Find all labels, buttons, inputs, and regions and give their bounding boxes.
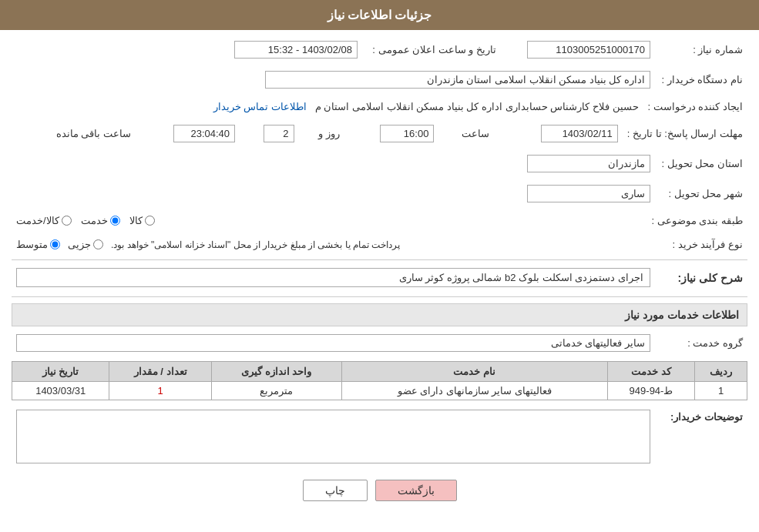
page-title: جزئیات اطلاعات نیاز [327, 8, 432, 22]
process-jozvi-item: جزیی [68, 239, 103, 250]
col-header-code: کد خدمت [607, 362, 694, 382]
creator-label: ایجاد کننده درخواست : [643, 98, 747, 115]
table-cell-5: 1403/03/31 [12, 382, 109, 400]
col-header-row: ردیف [695, 362, 747, 382]
category-kala-khadamat-label: کالا/خدمت [16, 215, 59, 226]
process-note: پرداخت تمام یا بخشی از مبلغ خریدار از مح… [111, 239, 400, 250]
category-khadamat-radio[interactable] [110, 216, 120, 226]
buttons-row: بازگشت چاپ [12, 480, 747, 501]
info-table-row6: شهر محل تحویل : ساری [12, 182, 747, 206]
col-header-quantity: تعداد / مقدار [109, 362, 211, 382]
process-type-label: نوع فرآیند خرید : [655, 236, 747, 253]
info-table-row2: نام دستگاه خریدار : اداره کل بنیاد مسکن … [12, 68, 747, 92]
info-table-row1: شماره نیاز : 1103005251000170 تاریخ و سا… [12, 38, 747, 62]
process-jozvi-radio[interactable] [93, 239, 103, 249]
table-cell-3: مترمربع [211, 382, 341, 400]
organization-label: نام دستگاه خریدار : [655, 68, 747, 92]
category-kala-khadamat-radio[interactable] [62, 216, 72, 226]
services-section-header: اطلاعات خدمات مورد نیاز [12, 303, 747, 326]
category-kala-item: کالا [129, 215, 155, 226]
table-cell-1: ط-94-949 [607, 382, 694, 400]
table-row: 1ط-94-949فعالیتهای سایر سازمانهای دارای … [12, 382, 747, 400]
info-table-row5: استان محل تحویل : مازندران [12, 152, 747, 176]
buyer-notes-textarea[interactable] [16, 410, 650, 463]
general-description-section-label: شرح کلی نیاز: [655, 265, 747, 290]
delivery-city-label: شهر محل تحویل : [655, 182, 747, 206]
category-radio-group: کالا/خدمت خدمت کالا [16, 215, 643, 226]
date-label: تاریخ و ساعت اعلان عمومی : [362, 38, 501, 62]
general-description-value: اجرای دستمزدی اسکلت بلوک b2 شمالی پروژه … [16, 268, 650, 287]
response-time-label: ساعت [438, 122, 495, 146]
service-group-label: گروه خدمت : [655, 331, 747, 355]
category-khadamat-label: خدمت [81, 215, 108, 226]
page-wrapper: جزئیات اطلاعات نیاز شماره نیاز : 1103005… [0, 0, 759, 532]
print-button[interactable]: چاپ [303, 480, 368, 501]
info-table-row7: طبقه بندی موضوعی : کالا/خدمت خدمت کالا [12, 212, 747, 229]
info-table-row4: مهلت ارسال پاسخ: تا تاریخ : 1403/02/11 س… [12, 122, 747, 146]
info-table-row8: نوع فرآیند خرید : متوسط جزیی پرداخت تمام… [12, 236, 747, 253]
service-group-value: سایر فعالیتهای خدماتی [16, 334, 650, 352]
table-cell-2: فعالیتهای سایر سازمانهای دارای عضو [341, 382, 607, 400]
table-cell-4: 1 [109, 382, 211, 400]
delivery-city: ساری [527, 185, 650, 202]
creator-value: حسین فلاح کارشناس حسابداری اداره کل بنیا… [315, 101, 639, 112]
main-content: شماره نیاز : 1103005251000170 تاریخ و سا… [0, 30, 759, 517]
response-deadline-label: مهلت ارسال پاسخ: تا تاریخ : [623, 122, 747, 146]
category-label: طبقه بندی موضوعی : [647, 212, 747, 229]
delivery-province-label: استان محل تحویل : [655, 152, 747, 176]
table-cell-0: 1 [695, 382, 747, 400]
response-day: 2 [264, 125, 294, 142]
col-header-date: تاریخ نیاز [12, 362, 109, 382]
buyer-notes-label: توضیحات خریدار: [655, 407, 747, 469]
response-date: 1403/02/11 [541, 125, 618, 142]
buyer-notes-table: توضیحات خریدار: [12, 407, 747, 469]
info-table-row3: ایجاد کننده درخواست : حسین فلاح کارشناس … [12, 98, 747, 115]
process-motavaset-radio[interactable] [50, 239, 60, 249]
order-number-label: شماره نیاز : [655, 38, 747, 62]
category-khadamat-item: خدمت [81, 215, 120, 226]
services-data-table: ردیف کد خدمت نام خدمت واحد اندازه گیری ت… [12, 361, 747, 400]
organization-value: اداره کل بنیاد مسکن انقلاب اسلامی استان … [265, 71, 650, 89]
category-kala-khadamat-item: کالا/خدمت [16, 215, 72, 226]
date-value: 1403/02/08 - 15:32 [234, 41, 358, 59]
response-time: 16:00 [380, 125, 434, 142]
process-jozvi-label: جزیی [68, 239, 91, 250]
col-header-unit: واحد اندازه گیری [211, 362, 341, 382]
category-kala-radio[interactable] [145, 216, 155, 226]
back-button[interactable]: بازگشت [375, 480, 457, 501]
order-number-value: 1103005251000170 [527, 41, 650, 59]
response-remaining: 23:04:40 [173, 125, 235, 142]
creator-link[interactable]: اطلاعات تماس خریدار [213, 101, 307, 112]
response-day-label: روز و [299, 122, 346, 146]
service-group-table: گروه خدمت : سایر فعالیتهای خدماتی [12, 331, 747, 355]
col-header-name: نام خدمت [341, 362, 607, 382]
page-header: جزئیات اطلاعات نیاز [0, 0, 759, 30]
process-motavaset-label: متوسط [16, 239, 48, 250]
response-remaining-label: ساعت باقی مانده [12, 122, 136, 146]
category-kala-label: کالا [129, 215, 143, 226]
general-desc-table: شرح کلی نیاز: اجرای دستمزدی اسکلت بلوک b… [12, 265, 747, 290]
delivery-province: مازندران [527, 155, 650, 172]
process-motavaset-item: متوسط [16, 239, 60, 250]
